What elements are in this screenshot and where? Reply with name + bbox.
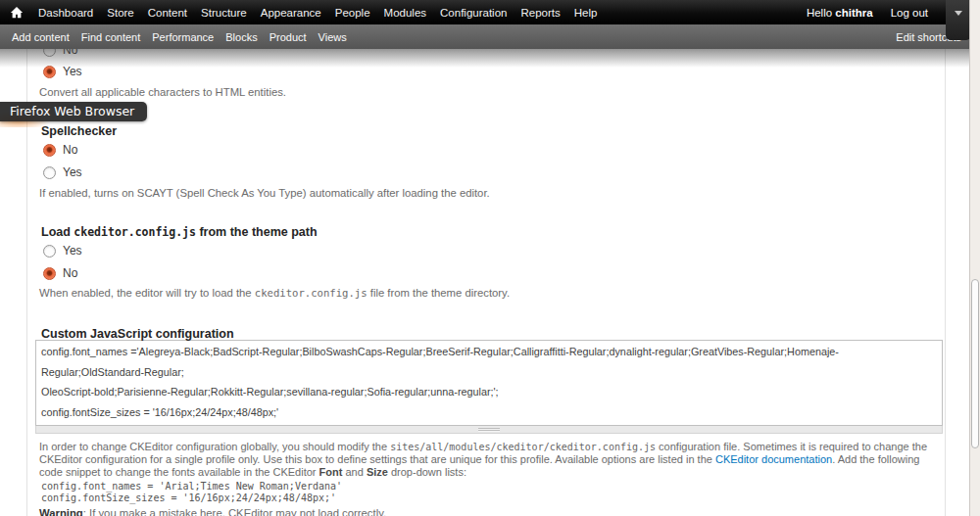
radio-label[interactable]: No [63,143,77,157]
radio-option-themeconfig-no[interactable]: No [43,266,943,280]
custom-js-heading: Custom JavaScript configuration [41,327,943,340]
ckeditor-documentation-link[interactable]: CKEditor documentation [715,453,832,465]
radio-option-htmlent-yes[interactable]: Yes [43,65,943,78]
example-code-snippet: config.font_names = 'Arial;Times New Rom… [41,481,943,503]
theme-config-description: When enabled, the editor will try to loa… [39,287,943,299]
radio-selected-icon[interactable] [43,144,56,157]
menu-item-people[interactable]: People [335,7,370,19]
help-path-code: sites/all/modules/ckeditor/ckeditor.conf… [390,442,656,452]
radio-selected-icon[interactable] [43,66,56,78]
menu-item-help[interactable]: Help [574,7,598,19]
heading-code: ckeditor.config.js [74,225,196,239]
grip-lines-icon [478,428,500,432]
greeting-prefix: Hello [807,7,835,19]
theme-config-heading: Load ckeditor.config.js from the theme p… [41,225,943,238]
radio-label[interactable]: Yes [63,165,82,179]
menu-item-store[interactable]: Store [107,7,134,19]
spellchecker-description: If enabled, turns on SCAYT (Spell Check … [39,187,943,199]
warning-message: Warning: If you make a mistake here, CKE… [39,507,943,516]
textarea-resize-grippie[interactable] [35,426,943,434]
main-content: No Yes Convert all applicable characters… [26,0,946,516]
desc-text: file from the theme directory. [368,287,510,299]
menu-item-reports[interactable]: Reports [520,7,560,19]
menu-item-dashboard[interactable]: Dashboard [38,7,93,19]
heading-text: from the theme path [196,225,318,239]
admin-toolbar: Dashboard Store Content Structure Appear… [0,0,969,24]
shortcut-performance[interactable]: Performance [152,31,214,43]
admin-menu: Dashboard Store Content Structure Appear… [38,7,597,19]
htmlent-description: Convert all applicable characters to HTM… [39,86,943,98]
radio-label[interactable]: No [63,266,77,280]
heading-text: Load [41,225,74,239]
menu-item-configuration[interactable]: Configuration [440,7,507,19]
spellchecker-heading: Spellchecker [41,124,943,137]
scrollbar-thumb[interactable] [971,279,979,448]
radio-option-spellchecker-no[interactable]: No [43,143,943,157]
user-greeting: Hello chithra [807,7,873,19]
logout-link[interactable]: Log out [891,7,928,19]
radio-selected-icon[interactable] [43,267,56,280]
help-text: and [342,466,366,478]
size-word: Size [367,466,388,478]
shortcut-product[interactable]: Product [270,31,307,43]
warning-text: : If you make a mistake here, CKEditor m… [83,507,386,516]
menu-item-content[interactable]: Content [148,7,187,19]
help-text: drop-down lists: [388,466,466,478]
custom-js-help: In order to change CKEditor configuratio… [39,441,943,478]
radio-label[interactable]: Yes [63,65,82,78]
firefox-tooltip: Firefox Web Browser [0,102,147,121]
scrollbar-track[interactable] [969,0,980,516]
shortcut-find-content[interactable]: Find content [81,31,141,43]
radio-unselected-icon[interactable] [43,245,56,258]
shortcut-blocks[interactable]: Blocks [225,31,257,43]
tooltip-text: Firefox Web Browser [10,104,134,118]
radio-option-themeconfig-yes[interactable]: Yes [43,244,943,258]
chevron-down-icon [955,11,962,16]
radio-option-spellchecker-yes[interactable]: Yes [43,165,943,179]
toolbar-toggle-button[interactable] [946,0,971,40]
warning-label: Warning [39,507,83,516]
shortcuts-bar: Add content Find content Performance Blo… [0,24,969,49]
help-text: In order to change CKEditor configuratio… [39,441,390,452]
desc-text: When enabled, the editor will try to loa… [39,287,255,299]
shortcut-views[interactable]: Views [318,31,347,43]
radio-label[interactable]: Yes [63,244,82,258]
font-word: Font [319,466,343,478]
radio-unselected-icon[interactable] [43,166,56,179]
shortcuts-list: Add content Find content Performance Blo… [12,31,347,43]
menu-item-structure[interactable]: Structure [201,7,247,19]
menu-item-modules[interactable]: Modules [384,7,426,19]
menu-item-appearance[interactable]: Appearance [261,7,321,19]
shortcut-add-content[interactable]: Add content [12,31,70,43]
custom-js-textarea[interactable]: config.font_names ='Alegreya-Black;BadSc… [35,340,943,426]
home-icon[interactable] [9,5,24,21]
desc-code: ckeditor.config.js [255,287,368,299]
username: chithra [835,7,872,19]
